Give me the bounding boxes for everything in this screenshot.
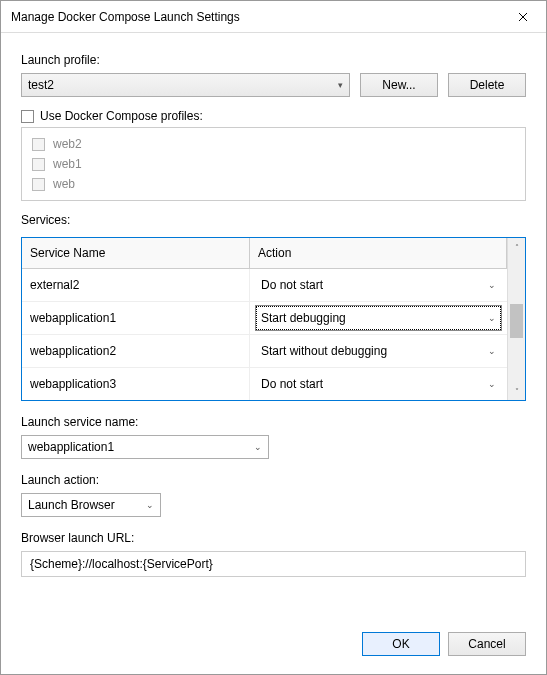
cancel-button[interactable]: Cancel — [448, 632, 526, 656]
scroll-down-icon[interactable]: ˅ — [508, 382, 525, 400]
action-value: Start without debugging — [261, 344, 387, 358]
service-action-select[interactable]: Do not start ⌄ — [256, 372, 501, 396]
action-value: Start debugging — [261, 311, 346, 325]
grid-scrollbar[interactable]: ˄ ˅ — [507, 238, 525, 400]
launch-service-name-label: Launch service name: — [21, 415, 526, 429]
chevron-down-icon: ⌄ — [146, 500, 154, 510]
launch-profile-value: test2 — [28, 78, 54, 92]
services-label: Services: — [21, 213, 526, 227]
compose-profile-item: web — [32, 174, 515, 194]
column-header-action[interactable]: Action — [250, 238, 507, 269]
service-name-cell: external2 — [22, 269, 250, 301]
dialog-footer: OK Cancel — [1, 618, 546, 674]
service-name-cell: webapplication1 — [22, 302, 250, 334]
compose-profiles-list: web2 web1 web — [21, 127, 526, 201]
profile-checkbox[interactable] — [32, 138, 45, 151]
service-action-select[interactable]: Start debugging ⌄ — [256, 306, 501, 330]
service-name-cell: webapplication3 — [22, 368, 250, 400]
browser-url-label: Browser launch URL: — [21, 531, 526, 545]
window-title: Manage Docker Compose Launch Settings — [11, 10, 500, 24]
scroll-thumb[interactable] — [510, 304, 523, 338]
services-grid: Service Name Action external2 Do not sta… — [21, 237, 526, 401]
dialog-window: Manage Docker Compose Launch Settings La… — [0, 0, 547, 675]
launch-service-name-value: webapplication1 — [28, 440, 114, 454]
use-profiles-label: Use Docker Compose profiles: — [40, 109, 203, 123]
column-header-name[interactable]: Service Name — [22, 238, 250, 269]
titlebar: Manage Docker Compose Launch Settings — [1, 1, 546, 33]
profile-name: web2 — [53, 137, 82, 151]
chevron-down-icon: ⌄ — [488, 379, 496, 389]
chevron-down-icon: ⌄ — [488, 346, 496, 356]
chevron-down-icon: ⌄ — [254, 442, 262, 452]
table-row: external2 Do not start ⌄ — [22, 269, 507, 302]
table-row: webapplication3 Do not start ⌄ — [22, 368, 507, 400]
new-profile-button[interactable]: New... — [360, 73, 438, 97]
profile-checkbox[interactable] — [32, 158, 45, 171]
launch-action-select[interactable]: Launch Browser ⌄ — [21, 493, 161, 517]
service-action-select[interactable]: Do not start ⌄ — [256, 273, 501, 297]
chevron-down-icon: ⌄ — [488, 313, 496, 323]
browser-url-input[interactable] — [21, 551, 526, 577]
scroll-track[interactable] — [508, 256, 525, 382]
use-profiles-checkbox[interactable] — [21, 110, 34, 123]
action-value: Do not start — [261, 377, 323, 391]
profile-checkbox[interactable] — [32, 178, 45, 191]
launch-service-name-select[interactable]: webapplication1 ⌄ — [21, 435, 269, 459]
compose-profile-item: web1 — [32, 154, 515, 174]
launch-action-value: Launch Browser — [28, 498, 115, 512]
table-row: webapplication1 Start debugging ⌄ — [22, 302, 507, 335]
profile-name: web1 — [53, 157, 82, 171]
delete-profile-button[interactable]: Delete — [448, 73, 526, 97]
close-icon — [518, 12, 528, 22]
scroll-up-icon[interactable]: ˄ — [508, 238, 525, 256]
compose-profile-item: web2 — [32, 134, 515, 154]
profile-name: web — [53, 177, 75, 191]
launch-profile-select[interactable]: test2 ▾ — [21, 73, 350, 97]
dialog-content: Launch profile: test2 ▾ New... Delete Us… — [1, 33, 546, 618]
launch-profile-label: Launch profile: — [21, 53, 526, 67]
table-row: webapplication2 Start without debugging … — [22, 335, 507, 368]
action-value: Do not start — [261, 278, 323, 292]
close-button[interactable] — [500, 1, 546, 33]
launch-action-label: Launch action: — [21, 473, 526, 487]
chevron-down-icon: ▾ — [338, 80, 343, 90]
grid-header: Service Name Action — [22, 238, 507, 269]
ok-button[interactable]: OK — [362, 632, 440, 656]
chevron-down-icon: ⌄ — [488, 280, 496, 290]
service-action-select[interactable]: Start without debugging ⌄ — [256, 339, 501, 363]
service-name-cell: webapplication2 — [22, 335, 250, 367]
